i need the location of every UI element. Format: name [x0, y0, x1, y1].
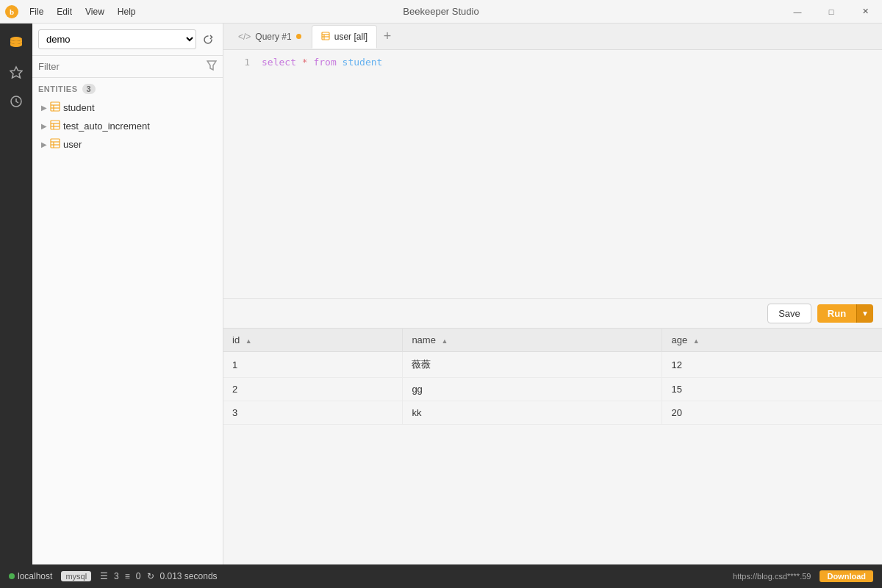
filter-input[interactable]: [38, 61, 207, 72]
menu-bar: File Edit View Help: [24, 4, 142, 20]
cell-name: gg: [403, 378, 662, 401]
entity-user-label: user: [63, 139, 82, 150]
left-panel: demo ENTITIES 3 ▶: [32, 24, 223, 564]
app-logo: b: [0, 0, 24, 24]
rows-count: 3: [114, 571, 119, 581]
cell-id: 3: [223, 401, 403, 425]
svg-marker-3: [10, 67, 22, 78]
right-panel: </> Query #1 user [all] +: [223, 24, 882, 564]
entity-test-label: test_auto_increment: [63, 121, 150, 132]
sidebar-history-button[interactable]: [3, 88, 29, 115]
filter-bar: [32, 56, 223, 78]
results-tbody: 1薇薇122gg153kk20: [223, 352, 882, 425]
rows-info: ☰ 3 ≡ 0 ↻ 0.013 seconds: [100, 571, 217, 581]
icon-sidebar: [0, 24, 32, 564]
tab-query1-label: Query #1: [255, 32, 291, 42]
refresh-button[interactable]: [199, 31, 217, 49]
entity-student-label: student: [63, 102, 95, 113]
chevron-icon: ▶: [41, 140, 47, 148]
statusbar: localhost mysql ☰ 3 ≡ 0 ↻ 0.013 seconds …: [0, 564, 882, 588]
cell-name: kk: [403, 401, 662, 425]
table-row: 2gg15: [223, 378, 882, 401]
query-icon: </>: [238, 32, 251, 42]
time-icon: ↻: [147, 571, 154, 581]
col-age[interactable]: age ▲: [662, 329, 882, 352]
database-select[interactable]: demo: [38, 29, 196, 49]
entity-student[interactable]: ▶ student: [38, 98, 217, 117]
entities-section: ENTITIES 3 ▶ student ▶: [32, 78, 223, 159]
editor-toolbar: Save Run ▼: [223, 298, 882, 328]
table-tab-icon: [321, 32, 330, 42]
results-table: id ▲ name ▲ age ▲ 1薇薇122gg15: [223, 328, 882, 425]
sidebar-favorites-button[interactable]: [3, 59, 29, 85]
run-button[interactable]: Run: [817, 304, 856, 323]
entity-user[interactable]: ▶ user: [38, 135, 217, 154]
menu-edit[interactable]: Edit: [51, 4, 78, 20]
svg-rect-14: [51, 139, 60, 148]
cell-name: 薇薇: [403, 352, 662, 378]
run-dropdown-button[interactable]: ▼: [856, 304, 873, 323]
svg-point-2: [10, 37, 22, 41]
code-content: select * from student: [262, 57, 382, 68]
table-icon: [50, 120, 60, 132]
col-name[interactable]: name ▲: [403, 329, 662, 352]
editor-line-1: 1 select * from student: [223, 56, 882, 68]
run-button-group: Run ▼: [817, 304, 873, 323]
menu-view[interactable]: View: [79, 4, 110, 20]
tab-user-label: user [all]: [334, 32, 368, 42]
results-area: id ▲ name ▲ age ▲ 1薇薇122gg15: [223, 328, 882, 564]
sidebar-database-button[interactable]: [3, 29, 29, 56]
table-row: 3kk20: [223, 401, 882, 425]
url-text: https://blog.csd****.59: [733, 572, 811, 581]
chevron-icon: ▶: [41, 104, 47, 112]
entities-count: 3: [82, 84, 96, 94]
table-icon: [50, 101, 60, 114]
main-layout: demo ENTITIES 3 ▶: [0, 24, 882, 564]
editor-area[interactable]: 1 select * from student: [223, 50, 882, 298]
modified-count: 0: [136, 571, 141, 581]
menu-help[interactable]: Help: [112, 4, 142, 20]
sort-indicator-name: ▲: [442, 337, 448, 345]
cell-age: 20: [662, 401, 882, 425]
entities-label: ENTITIES: [38, 85, 78, 93]
close-button[interactable]: ✕: [848, 0, 882, 24]
unsaved-indicator: [296, 34, 301, 39]
svg-text:b: b: [10, 7, 14, 16]
titlebar: b File Edit View Help Beekeeper Studio —…: [0, 0, 882, 24]
menu-file[interactable]: File: [24, 4, 49, 20]
download-button[interactable]: Download: [820, 570, 873, 582]
add-tab-button[interactable]: +: [379, 28, 396, 46]
sort-indicator-id: ▲: [245, 337, 252, 345]
entities-header: ENTITIES 3: [38, 84, 217, 94]
svg-rect-18: [322, 32, 329, 40]
line-number: 1: [232, 57, 250, 68]
app-title: Beekeeper Studio: [403, 6, 478, 17]
table-row: 1薇薇12: [223, 352, 882, 378]
tab-query1[interactable]: </> Query #1: [229, 25, 310, 49]
minimize-button[interactable]: —: [781, 0, 814, 24]
rows-icon: ☰: [100, 571, 108, 581]
modified-icon: ≡: [125, 571, 130, 581]
time-label: 0.013 seconds: [160, 571, 218, 581]
col-id[interactable]: id ▲: [223, 329, 403, 352]
cell-id: 2: [223, 378, 403, 401]
tab-bar: </> Query #1 user [all] +: [223, 24, 882, 50]
sort-indicator-age: ▲: [693, 337, 700, 345]
svg-rect-6: [51, 102, 60, 111]
status-dot: [9, 573, 15, 579]
connection-label: localhost: [18, 571, 52, 581]
cell-id: 1: [223, 352, 403, 378]
table-header-row: id ▲ name ▲ age ▲: [223, 329, 882, 352]
maximize-button[interactable]: □: [814, 0, 848, 24]
connection-status: localhost: [9, 571, 52, 581]
svg-marker-5: [207, 61, 216, 70]
filter-icon: [207, 60, 217, 73]
db-selector: demo: [32, 24, 223, 56]
svg-rect-10: [51, 121, 60, 129]
db-type-badge: mysql: [61, 571, 91, 581]
table-icon: [50, 138, 60, 151]
chevron-icon: ▶: [41, 122, 47, 130]
entity-test-auto-increment[interactable]: ▶ test_auto_increment: [38, 117, 217, 135]
save-button[interactable]: Save: [767, 304, 811, 323]
tab-user-all[interactable]: user [all]: [312, 25, 377, 49]
